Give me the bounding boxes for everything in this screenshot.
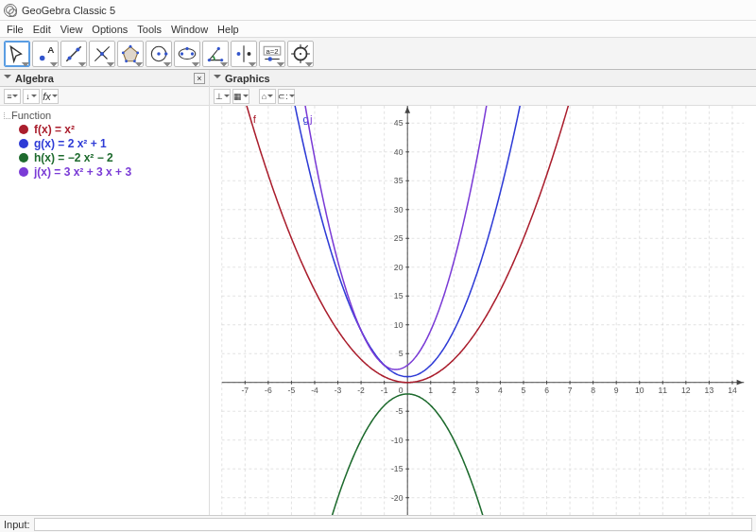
category-function[interactable]: Function (11, 110, 205, 121)
svg-point-3 (68, 56, 72, 60)
svg-point-12 (125, 60, 128, 62)
svg-text:0: 0 (399, 386, 404, 395)
svg-text:-1: -1 (381, 386, 388, 395)
axes-icon: ⊥ (215, 92, 223, 101)
geogebra-icon (4, 4, 17, 17)
menu-view[interactable]: View (56, 24, 88, 35)
svg-point-7 (100, 52, 104, 56)
collapse-icon (214, 75, 221, 82)
svg-text:-6: -6 (265, 386, 272, 395)
visibility-dot-icon[interactable] (19, 125, 28, 134)
svg-text:6: 6 (544, 386, 549, 395)
svg-point-37 (300, 52, 301, 54)
svg-point-19 (191, 52, 194, 55)
grid-icon: ▦ (233, 92, 242, 101)
visibility-dot-icon[interactable] (19, 153, 28, 163)
svg-point-23 (217, 46, 220, 49)
input-bar: Input: (0, 515, 756, 532)
svg-point-4 (76, 47, 79, 51)
line-tool[interactable] (60, 41, 87, 67)
menu-options[interactable]: Options (87, 24, 132, 35)
toggle-grid-button[interactable]: ▦ (232, 89, 249, 104)
snap-icon: ⊂: (278, 92, 288, 101)
svg-text:9: 9 (614, 386, 619, 395)
line-tool-icon (63, 43, 84, 64)
command-input[interactable] (34, 518, 752, 531)
svg-text:14: 14 (728, 386, 737, 395)
function-j[interactable]: j(x) = 3 x² + 3 x + 3 (19, 165, 205, 179)
visibility-dot-icon[interactable] (19, 139, 28, 148)
function-h[interactable]: h(x) = −2 x² − 2 (19, 151, 205, 164)
svg-text:a=2: a=2 (266, 47, 278, 56)
svg-marker-8 (123, 46, 137, 60)
menu-file[interactable]: File (2, 24, 28, 35)
sort-mode-button[interactable]: ≡ (4, 89, 21, 104)
svg-point-10 (136, 51, 139, 54)
graphics-canvas[interactable]: -7-6-5-4-3-2-11234567891011121314-20-15-… (210, 106, 756, 515)
curve-label-f: f (253, 113, 257, 125)
menubar: FileEditViewOptionsToolsWindowHelp (0, 21, 756, 38)
svg-marker-77 (737, 380, 744, 386)
collapse-icon (4, 75, 11, 82)
svg-text:2: 2 (452, 386, 456, 395)
svg-text:7: 7 (568, 386, 573, 395)
svg-marker-78 (404, 107, 410, 113)
menu-help[interactable]: Help (213, 24, 244, 35)
svg-text:3: 3 (474, 386, 479, 395)
point-capture-button[interactable]: ⊂: (278, 89, 295, 104)
reflect-tool[interactable] (231, 41, 257, 67)
svg-line-36 (304, 45, 307, 48)
graphics-panel: Graphics ⊥ ▦ ⌂ ⊂: -7-6-5-4-3-2-112345678… (210, 70, 756, 515)
move-graphics-tool[interactable] (287, 41, 314, 67)
svg-point-21 (208, 58, 211, 60)
svg-text:25: 25 (394, 233, 404, 243)
svg-text:20: 20 (394, 263, 404, 272)
function-expression: f(x) = x² (34, 123, 75, 136)
slider-tool[interactable]: a=2 (259, 41, 285, 67)
svg-text:A: A (47, 43, 54, 54)
order-button[interactable]: ↓ (23, 89, 40, 104)
curve-f[interactable] (222, 106, 744, 383)
svg-point-0 (40, 55, 45, 60)
perpendicular-tool[interactable] (89, 41, 115, 67)
aux-objects-button[interactable]: fx (42, 89, 59, 104)
move-tool[interactable] (4, 41, 30, 67)
point-tool-icon: A (35, 43, 56, 64)
svg-text:15: 15 (394, 291, 404, 300)
slider-tool-icon: a=2 (262, 43, 283, 64)
svg-text:10: 10 (635, 386, 644, 395)
svg-text:5: 5 (399, 349, 404, 358)
svg-point-18 (180, 52, 183, 55)
function-expression: h(x) = −2 x² − 2 (34, 151, 113, 164)
svg-text:-2: -2 (357, 386, 365, 395)
default-view-button[interactable]: ⌂ (259, 89, 276, 104)
toggle-axes-button[interactable]: ⊥ (214, 89, 231, 104)
svg-point-20 (185, 46, 188, 49)
perpendicular-tool-icon (92, 43, 112, 64)
curve-g[interactable] (222, 106, 744, 377)
svg-point-15 (157, 52, 161, 56)
function-g[interactable]: g(x) = 2 x² + 1 (19, 137, 205, 150)
graphics-panel-header[interactable]: Graphics (210, 70, 756, 87)
svg-text:-7: -7 (241, 386, 249, 395)
circle-tool[interactable] (146, 41, 172, 67)
menu-edit[interactable]: Edit (28, 24, 56, 35)
point-tool[interactable]: A (32, 41, 59, 67)
svg-text:-15: -15 (391, 464, 404, 473)
graphics-subtoolbar: ⊥ ▦ ⌂ ⊂: (210, 87, 756, 106)
curve-j[interactable] (222, 106, 744, 369)
graphics-title: Graphics (225, 73, 270, 84)
visibility-dot-icon[interactable] (19, 167, 28, 177)
close-icon[interactable]: × (194, 73, 205, 84)
svg-point-13 (122, 51, 125, 54)
angle-tool[interactable] (202, 41, 229, 67)
menu-tools[interactable]: Tools (132, 24, 166, 35)
menu-window[interactable]: Window (166, 24, 213, 35)
curve-h[interactable] (222, 394, 744, 515)
algebra-panel-header[interactable]: Algebra × (0, 70, 209, 87)
svg-point-9 (129, 44, 132, 47)
function-f[interactable]: f(x) = x² (19, 123, 205, 136)
polygon-tool[interactable] (117, 41, 144, 67)
graphics-view[interactable]: -7-6-5-4-3-2-11234567891011121314-20-15-… (210, 106, 756, 515)
ellipse-tool[interactable] (174, 41, 200, 67)
